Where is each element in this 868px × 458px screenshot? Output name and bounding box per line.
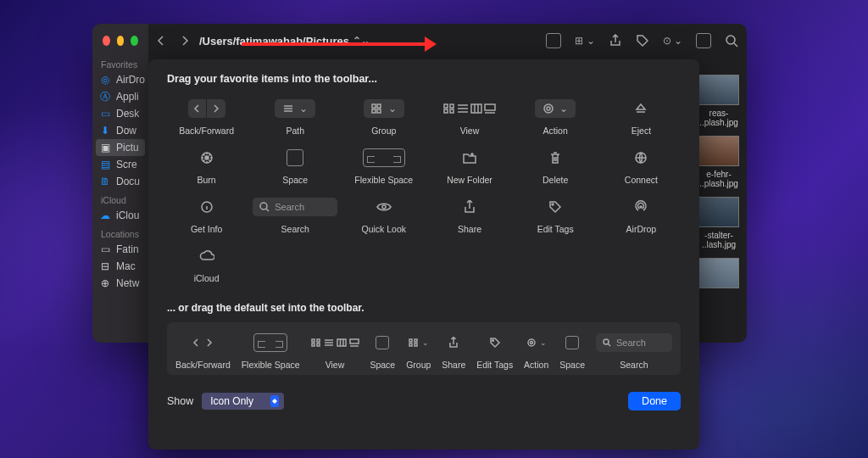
list-view-icon	[457, 103, 469, 114]
tool-view[interactable]: View	[430, 97, 509, 136]
info-icon	[200, 200, 214, 214]
svg-rect-21	[312, 339, 314, 342]
eject-icon	[635, 103, 647, 114]
window-controls	[92, 31, 148, 54]
sidebar-item-user[interactable]: ▭Fatin	[92, 241, 148, 258]
tool-back-forward[interactable]: Back/Forward	[167, 97, 246, 136]
file-thumbnail[interactable]	[693, 136, 739, 166]
svg-point-11	[544, 104, 553, 113]
tool-action[interactable]: ⌄Action	[516, 97, 595, 136]
file-thumbnail[interactable]	[693, 75, 739, 105]
done-button[interactable]: Done	[628, 392, 681, 411]
svg-rect-3	[372, 109, 376, 113]
svg-rect-22	[317, 339, 320, 342]
select-arrows-icon	[270, 395, 279, 407]
sidebar-item-desktop[interactable]: ▭Desk	[92, 105, 148, 122]
space-icon	[287, 149, 303, 166]
chevron-right-icon	[206, 338, 213, 347]
search-icon	[603, 338, 611, 347]
svg-rect-5	[444, 104, 448, 108]
more-icon[interactable]: ⊙ ⌄	[663, 35, 682, 47]
tool-airdrop[interactable]: AirDrop	[602, 195, 681, 234]
tool-edit-tags[interactable]: Edit Tags	[516, 195, 595, 234]
available-tools-grid: Back/Forward ⌄Path ⌄Group View ⌄Action E…	[167, 97, 681, 283]
svg-point-0	[726, 36, 735, 44]
tool-burn[interactable]: Burn	[167, 146, 246, 185]
tool-delete[interactable]: Delete	[516, 146, 595, 185]
sidebar-item-documents[interactable]: 🗎Docu	[92, 173, 148, 190]
file-thumbnail[interactable]	[693, 258, 739, 288]
tool-path[interactable]: ⌄Path	[253, 97, 337, 136]
chevron-left-icon	[193, 104, 200, 113]
list-view-icon	[324, 338, 334, 347]
svg-rect-7	[444, 109, 448, 113]
svg-point-32	[528, 339, 535, 346]
tool-quick-look[interactable]: Quick Look	[344, 195, 423, 234]
sidebar-item-network[interactable]: ⊕Netw	[92, 275, 148, 292]
svg-point-34	[604, 339, 609, 344]
chevron-right-icon	[181, 35, 189, 47]
svg-rect-8	[450, 109, 453, 113]
sidebar-item-airdrop[interactable]: ◎AirDro	[92, 71, 148, 88]
downloads-icon: ⬇	[99, 125, 111, 137]
gallery-view-icon	[484, 103, 496, 114]
customize-toolbar-panel: Drag your favorite items into the toolba…	[148, 59, 699, 450]
default-toolbar-set[interactable]: Back/Forward Flexible Space View Space ⌄…	[167, 322, 681, 375]
space-icon	[376, 336, 389, 349]
search-icon[interactable]	[725, 34, 738, 47]
tool-new-folder[interactable]: New Folder	[430, 146, 509, 185]
nav-back-forward[interactable]	[157, 35, 189, 47]
network-icon: ⊕	[99, 277, 111, 289]
tool-space[interactable]: Space	[253, 146, 337, 185]
tool-group[interactable]: ⌄Group	[344, 97, 423, 136]
svg-point-12	[547, 107, 550, 110]
tag-icon[interactable]	[636, 34, 649, 47]
share-icon	[464, 200, 476, 214]
globe-icon	[634, 151, 648, 165]
tool-eject[interactable]: Eject	[602, 97, 681, 136]
svg-point-20	[640, 206, 642, 208]
svg-rect-1	[372, 104, 376, 108]
airdrop-icon: ◎	[99, 74, 111, 86]
close-window-button[interactable]	[103, 36, 110, 46]
svg-point-31	[492, 340, 493, 342]
sidebar-item-applications[interactable]: ⒶAppli	[92, 88, 148, 105]
sidebar-item-downloads[interactable]: ⬇Dow	[92, 122, 148, 139]
svg-rect-25	[337, 339, 346, 346]
file-thumbnail[interactable]	[693, 197, 739, 227]
minimize-window-button[interactable]	[117, 36, 125, 46]
computer-icon: ▭	[99, 243, 111, 255]
svg-rect-26	[350, 339, 359, 344]
sidebar-item-screenshots[interactable]: ▤Scre	[92, 156, 148, 173]
flexible-space-icon	[253, 333, 287, 352]
show-label: Show	[167, 395, 193, 407]
svg-rect-29	[409, 344, 412, 346]
tool-search[interactable]: SearchSearch	[253, 195, 337, 234]
chevron-right-icon	[213, 104, 220, 113]
sidebar-item-pictures[interactable]: ▣Pictu	[96, 139, 145, 156]
grid-icon[interactable]: ⊞ ⌄	[575, 35, 594, 47]
sidebar-section-icloud: iCloud	[92, 190, 148, 207]
chevron-left-icon	[192, 338, 199, 347]
sidebar-item-icloud-drive[interactable]: ☁iClou	[92, 207, 148, 224]
tool-icloud[interactable]: iCloud	[167, 244, 246, 283]
zoom-window-button[interactable]	[131, 36, 138, 46]
svg-rect-10	[485, 104, 495, 110]
svg-point-17	[260, 203, 267, 209]
svg-rect-24	[317, 344, 320, 346]
tool-share[interactable]: Share	[430, 195, 509, 234]
toolbar-placeholder-2[interactable]	[696, 33, 711, 48]
sidebar-item-mac[interactable]: ⊟Mac	[92, 258, 148, 275]
gear-icon	[542, 103, 554, 114]
toolbar-placeholder-1[interactable]	[546, 33, 561, 48]
share-icon[interactable]	[609, 34, 622, 47]
tool-connect[interactable]: Connect	[602, 146, 681, 185]
burn-icon	[200, 151, 214, 165]
document-icon: 🗎	[99, 176, 111, 187]
eye-icon	[376, 202, 392, 212]
path-button[interactable]: /Users/fatimawahab/Pictures ⌃⌄	[199, 35, 370, 47]
show-mode-select[interactable]: Icon Only	[202, 393, 284, 410]
tool-flexible-space[interactable]: Flexible Space	[344, 146, 423, 185]
tool-get-info[interactable]: Get Info	[167, 195, 246, 234]
annotation-arrow	[242, 42, 428, 46]
